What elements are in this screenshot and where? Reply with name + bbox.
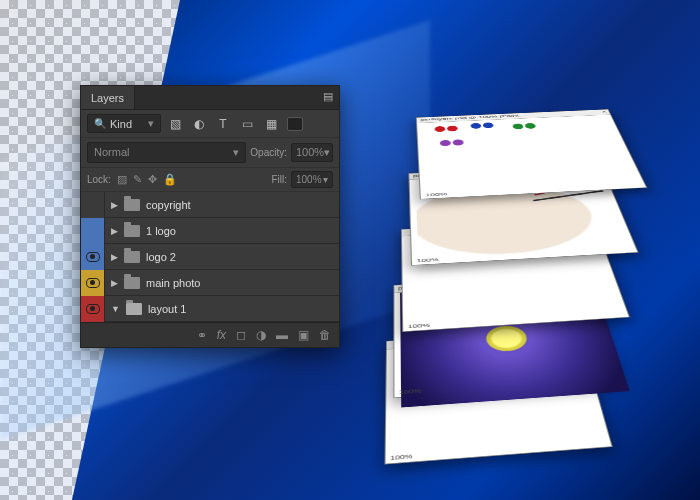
folder-icon [124, 199, 140, 211]
lock-pixels-icon[interactable]: ✎ [133, 173, 142, 186]
panel-menu-icon[interactable]: ▤ [317, 86, 339, 109]
filter-kind-label: Kind [110, 118, 132, 130]
layer-row[interactable]: ▶ logo 2 [81, 244, 339, 270]
chevron-down-icon: ▾ [148, 117, 154, 130]
filter-shape-icon[interactable]: ▭ [237, 115, 257, 133]
filter-toggle[interactable] [287, 117, 303, 131]
bow-icon [434, 125, 458, 132]
blend-row: Normal ▾ Opacity: 100% ▾ [81, 138, 339, 168]
blend-mode-select[interactable]: Normal ▾ [87, 142, 246, 163]
expand-icon[interactable]: ▶ [111, 252, 118, 262]
opacity-label: Opacity: [250, 147, 287, 158]
visibility-toggle[interactable] [81, 244, 105, 270]
adjustment-layer-icon[interactable]: ◑ [256, 328, 266, 342]
filter-type-icon[interactable]: T [213, 115, 233, 133]
lock-label: Lock: [87, 174, 111, 185]
folder-open-icon [126, 303, 142, 315]
blend-mode-value: Normal [94, 146, 129, 159]
delete-layer-icon[interactable]: 🗑 [319, 328, 331, 342]
bows-image [423, 115, 656, 207]
layer-row[interactable]: ▶ main photo [81, 270, 339, 296]
layer-name: layout 1 [148, 303, 187, 315]
filter-smart-icon[interactable]: ▦ [261, 115, 281, 133]
lock-position-icon[interactable]: ✥ [148, 173, 157, 186]
tab-layers[interactable]: Layers [81, 86, 135, 109]
eye-icon [86, 304, 100, 314]
visibility-toggle[interactable] [81, 270, 105, 296]
card-zoom: 100% [408, 322, 431, 329]
fill-label: Fill: [271, 174, 287, 185]
link-layers-icon[interactable]: ⚭ [197, 328, 207, 342]
stack-card: psdlayers.psd @ 100% (Paint... 100% [416, 109, 647, 199]
visibility-toggle[interactable] [81, 192, 105, 218]
opacity-value: 100% [296, 146, 324, 159]
layer-row[interactable]: ▶ 1 logo [81, 218, 339, 244]
layer-name: copyright [146, 199, 191, 211]
card-zoom: 100% [390, 453, 413, 462]
filter-kind-select[interactable]: 🔍 Kind ▾ [87, 114, 161, 133]
bow-icon [512, 123, 536, 130]
lock-transparency-icon[interactable]: ▨ [117, 173, 127, 186]
visibility-toggle[interactable] [81, 296, 105, 322]
chevron-down-icon: ▾ [323, 174, 328, 185]
new-layer-icon[interactable]: ▣ [298, 328, 309, 342]
layer-name: main photo [146, 277, 200, 289]
visibility-toggle[interactable] [81, 218, 105, 244]
expand-icon[interactable]: ▶ [111, 200, 118, 210]
eye-icon [86, 252, 100, 262]
filter-row: 🔍 Kind ▾ ▧ ◐ T ▭ ▦ [81, 110, 339, 138]
bow-icon [470, 122, 494, 129]
layer-stack-illustration: 100% psdlayers.psd @ 1007... 100% 100% p… [366, 40, 646, 440]
fill-value: 100% [296, 174, 322, 185]
layer-row[interactable]: ▼ layout 1 [81, 296, 339, 322]
chevron-down-icon: ▾ [324, 146, 330, 159]
eye-icon [86, 278, 100, 288]
layer-row[interactable]: ▶ copyright [81, 192, 339, 218]
layer-style-icon[interactable]: fx [217, 328, 226, 342]
filter-pixel-icon[interactable]: ▧ [165, 115, 185, 133]
folder-icon [124, 251, 140, 263]
expand-icon[interactable]: ▶ [111, 278, 118, 288]
new-group-icon[interactable]: ▬ [276, 328, 288, 342]
folder-icon [124, 277, 140, 289]
fill-field[interactable]: 100% ▾ [291, 171, 333, 188]
panel-tabbar: Layers ▤ [81, 86, 339, 110]
folder-icon [124, 225, 140, 237]
layer-name: 1 logo [146, 225, 176, 237]
opacity-field[interactable]: 100% ▾ [291, 143, 333, 162]
chevron-updown-icon: ▾ [233, 146, 239, 159]
bow-icon [440, 139, 464, 147]
filter-adjust-icon[interactable]: ◐ [189, 115, 209, 133]
layers-panel: Layers ▤ 🔍 Kind ▾ ▧ ◐ T ▭ ▦ Normal ▾ Opa… [80, 85, 340, 348]
expand-icon[interactable]: ▶ [111, 226, 118, 236]
layer-name: logo 2 [146, 251, 176, 263]
lock-all-icon[interactable]: 🔒 [163, 173, 177, 186]
collapse-icon[interactable]: ▼ [111, 304, 120, 314]
lock-row: Lock: ▨ ✎ ✥ 🔒 Fill: 100% ▾ [81, 168, 339, 192]
panel-bottom-bar: ⚭ fx ◻ ◑ ▬ ▣ 🗑 [81, 322, 339, 347]
layer-mask-icon[interactable]: ◻ [236, 328, 246, 342]
search-icon: 🔍 [94, 118, 106, 129]
